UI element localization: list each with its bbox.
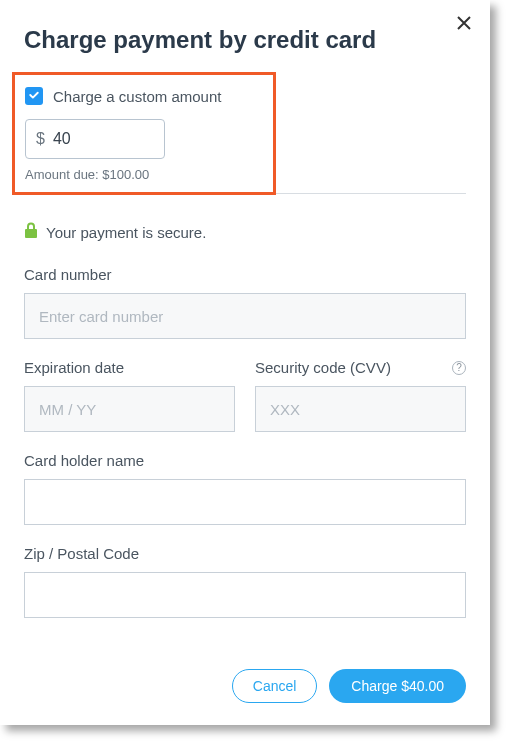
cvv-group: Security code (CVV) ? (255, 359, 466, 432)
close-button[interactable] (456, 14, 472, 34)
zip-group: Zip / Postal Code (24, 545, 466, 618)
lock-icon (24, 222, 38, 242)
amount-due-text: Amount due: $100.00 (25, 167, 263, 182)
cvv-help-icon[interactable]: ? (452, 361, 466, 375)
expiration-label: Expiration date (24, 359, 235, 376)
close-icon (456, 13, 472, 35)
zip-input[interactable] (24, 572, 466, 618)
custom-amount-label: Charge a custom amount (53, 88, 221, 105)
card-number-label: Card number (24, 266, 466, 283)
cvv-label: Security code (CVV) (255, 359, 391, 376)
cancel-button[interactable]: Cancel (232, 669, 318, 703)
expiration-group: Expiration date (24, 359, 235, 432)
card-holder-group: Card holder name (24, 452, 466, 525)
svg-rect-0 (25, 229, 37, 238)
custom-amount-checkbox-row: Charge a custom amount (25, 87, 263, 105)
zip-label: Zip / Postal Code (24, 545, 466, 562)
secure-row: Your payment is secure. (24, 222, 466, 242)
secure-text: Your payment is secure. (46, 224, 206, 241)
card-number-input[interactable] (24, 293, 466, 339)
currency-symbol: $ (36, 130, 45, 148)
card-number-group: Card number (24, 266, 466, 339)
card-holder-input[interactable] (24, 479, 466, 525)
amount-input-container: $ (25, 119, 165, 159)
modal-footer: Cancel Charge $40.00 (232, 669, 466, 703)
expiry-cvv-row: Expiration date Security code (CVV) ? (24, 359, 466, 432)
custom-amount-checkbox[interactable] (25, 87, 43, 105)
modal-title: Charge payment by credit card (24, 26, 466, 54)
cvv-input[interactable] (255, 386, 466, 432)
card-holder-label: Card holder name (24, 452, 466, 469)
expiration-input[interactable] (24, 386, 235, 432)
amount-input[interactable] (53, 130, 154, 148)
custom-amount-section: Charge a custom amount $ Amount due: $10… (12, 72, 276, 195)
payment-modal: Charge payment by credit card Charge a c… (0, 0, 490, 725)
check-icon (28, 87, 40, 105)
charge-button[interactable]: Charge $40.00 (329, 669, 466, 703)
